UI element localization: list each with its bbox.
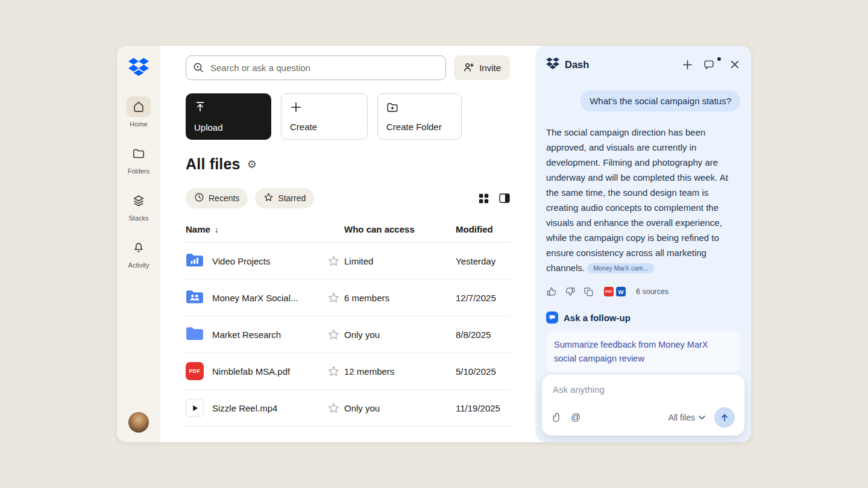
- followup-suggestion[interactable]: Summarize feedback from Money MarX socia…: [546, 331, 740, 372]
- search-icon: [192, 61, 204, 76]
- table-header: Name↓ Who can access Modified: [186, 224, 510, 243]
- thumbs-down-icon[interactable]: [565, 286, 576, 297]
- source-chip[interactable]: Money MarX cam...: [587, 263, 654, 274]
- create-folder-label: Create Folder: [386, 122, 442, 132]
- dash-panel: Dash What’s the social campaign status? …: [535, 46, 751, 442]
- filter-bar: Recents Starred: [186, 188, 510, 208]
- upload-label: Upload: [194, 122, 223, 133]
- grid-view-icon[interactable]: [479, 193, 489, 204]
- followup-label: Ask a follow-up: [564, 313, 631, 323]
- send-button[interactable]: [714, 407, 735, 428]
- table-row-partial[interactable]: [186, 427, 510, 442]
- ask-input-card: @ All files: [542, 375, 744, 436]
- file-access: 12 members: [344, 366, 456, 377]
- folder-chart-icon: [186, 252, 204, 269]
- file-modified: 8/8/2025: [456, 330, 510, 340]
- ask-input[interactable]: [552, 384, 735, 395]
- sort-desc-icon: ↓: [215, 225, 219, 234]
- bell-icon: [127, 237, 151, 258]
- file-access: Limited: [344, 256, 456, 266]
- file-name: Money MarX Social...: [212, 293, 298, 303]
- column-access[interactable]: Who can access: [344, 224, 456, 234]
- file-modified: Yesterday: [456, 256, 510, 266]
- pdf-file-icon: PDF: [186, 362, 204, 380]
- table-row[interactable]: Market Research Only you 8/8/2025: [186, 316, 510, 353]
- scope-selector[interactable]: All files: [668, 413, 705, 422]
- file-access: Only you: [344, 330, 456, 340]
- starred-filter-chip[interactable]: Starred: [255, 188, 314, 208]
- sidebar-item-home[interactable]: Home: [127, 96, 151, 128]
- recents-filter-chip[interactable]: Recents: [186, 188, 248, 208]
- create-button[interactable]: Create: [281, 93, 368, 140]
- user-avatar[interactable]: [128, 412, 149, 433]
- star-toggle[interactable]: [327, 402, 344, 414]
- folder-icon: [186, 326, 204, 343]
- file-name: Sizzle Reel.mp4: [212, 403, 277, 413]
- followup-chat-icon: [546, 311, 558, 324]
- notification-dot: [717, 57, 721, 61]
- upload-button[interactable]: Upload: [186, 93, 271, 140]
- main-content: Invite Upload Create Create Folder: [160, 46, 535, 442]
- top-bar: Invite: [186, 55, 510, 80]
- star-toggle[interactable]: [327, 255, 344, 267]
- pdf-badge-icon: PDF: [604, 287, 614, 296]
- response-toolbar: PDF W 6 sources: [546, 286, 740, 297]
- user-message-bubble: What’s the social campaign status?: [580, 90, 740, 111]
- star-toggle[interactable]: [327, 328, 344, 341]
- page-title: All files: [186, 155, 241, 173]
- dropbox-logo-icon[interactable]: [128, 58, 149, 78]
- close-icon[interactable]: [729, 59, 740, 70]
- file-modified: 5/10/2025: [456, 366, 510, 377]
- gear-icon[interactable]: ⚙: [247, 159, 257, 170]
- invite-label: Invite: [479, 63, 501, 73]
- file-name: Nimblefab MSA.pdf: [212, 366, 290, 377]
- sidebar-item-folders[interactable]: Folders: [127, 143, 151, 175]
- sources-count[interactable]: 6 sources: [636, 287, 668, 296]
- create-label: Create: [290, 122, 317, 132]
- table-row[interactable]: Sizzle Reel.mp4 Only you 11/19/2025: [186, 390, 510, 427]
- search-input[interactable]: [186, 55, 446, 80]
- mention-icon[interactable]: @: [571, 413, 580, 422]
- attachment-icon[interactable]: [552, 412, 562, 423]
- table-row[interactable]: PDF Nimblefab MSA.pdf 12 members 5/10/20…: [186, 353, 510, 390]
- file-name: Video Projects: [212, 256, 270, 266]
- home-icon: [127, 96, 151, 117]
- folder-plus-icon: [386, 101, 398, 115]
- folder-shared-icon: [186, 289, 204, 306]
- thumbs-up-icon[interactable]: [546, 286, 557, 297]
- star-toggle[interactable]: [327, 365, 344, 378]
- split-view-icon[interactable]: [499, 193, 510, 204]
- table-row[interactable]: Money MarX Social... 6 members 12/7/2025: [186, 280, 510, 316]
- sidebar-item-label: Stacks: [128, 214, 148, 222]
- assistant-response: The social campaign direction has been a…: [546, 125, 740, 275]
- recents-label: Recents: [209, 193, 239, 203]
- action-buttons: Upload Create Create Folder: [186, 93, 510, 140]
- star-toggle[interactable]: [327, 292, 344, 304]
- folder-icon: [127, 143, 151, 164]
- word-badge-icon: W: [616, 287, 626, 296]
- starred-label: Starred: [278, 193, 306, 203]
- dash-header-actions: [682, 59, 740, 70]
- sidebar-item-label: Activity: [128, 261, 149, 269]
- search-bar: [186, 55, 446, 80]
- plus-icon: [290, 101, 302, 115]
- sidebar-item-activity[interactable]: Activity: [127, 237, 151, 269]
- clock-icon: [194, 192, 204, 204]
- dash-logo-icon: [546, 57, 559, 72]
- sidebar-item-stacks[interactable]: Stacks: [127, 190, 151, 222]
- column-name[interactable]: Name↓: [186, 224, 327, 234]
- star-icon: [263, 192, 274, 204]
- dash-header: Dash: [546, 46, 740, 83]
- new-thread-icon[interactable]: [682, 59, 693, 70]
- invite-button[interactable]: Invite: [454, 55, 510, 80]
- sidebar: Home Folders Stacks Activity: [117, 46, 160, 442]
- column-modified[interactable]: Modified: [456, 224, 510, 234]
- table-row[interactable]: Video Projects Limited Yesterday: [186, 243, 510, 280]
- file-name: Market Research: [212, 330, 281, 340]
- copy-icon[interactable]: [583, 287, 594, 297]
- file-access: 6 members: [344, 293, 456, 303]
- create-folder-button[interactable]: Create Folder: [377, 93, 462, 140]
- chat-history-icon[interactable]: [703, 59, 719, 70]
- ask-input-toolbar: @ All files: [552, 407, 735, 428]
- invite-person-icon: [463, 61, 474, 75]
